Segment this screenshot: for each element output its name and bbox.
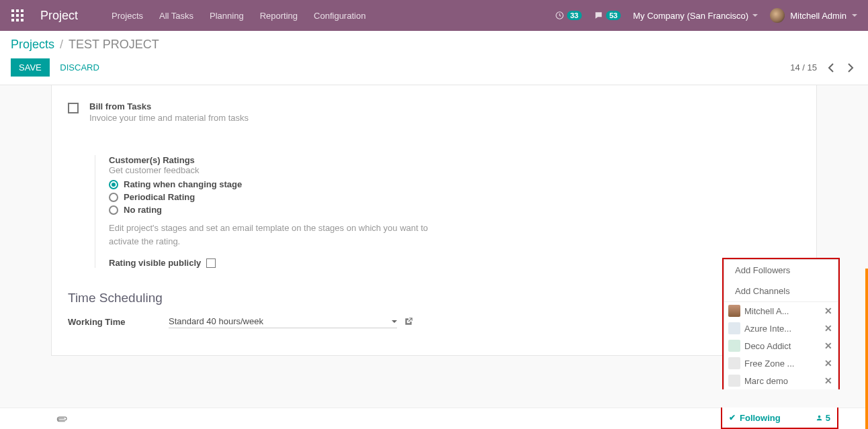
remove-follower-icon[interactable]: ✕ <box>824 375 832 386</box>
app-brand[interactable]: Project <box>40 9 78 23</box>
activity-count: 33 <box>567 11 582 20</box>
bill-from-tasks-help: Invoice your time and material from task… <box>89 113 249 123</box>
chevron-left-icon <box>828 63 834 73</box>
svg-rect-1 <box>16 9 19 12</box>
nav-configuration[interactable]: Configuration <box>307 7 372 25</box>
avatar <box>728 322 740 334</box>
follower-name: Free Zone ... <box>744 359 820 369</box>
nav-projects[interactable]: Projects <box>105 7 150 25</box>
time-scheduling-heading: Time Scheduling <box>68 291 800 305</box>
ratings-block: Customer(s) Ratings Get customer feedbac… <box>95 155 800 268</box>
nav-reporting[interactable]: Reporting <box>253 7 304 25</box>
follower-count-button[interactable]: 5 <box>816 413 830 423</box>
breadcrumb-root[interactable]: Projects <box>11 38 54 52</box>
working-time-value: Standard 40 hours/week <box>169 316 263 326</box>
apps-icon[interactable] <box>11 9 24 22</box>
rating-none-label: No rating <box>124 205 162 215</box>
avatar <box>728 305 740 317</box>
bill-from-tasks-label: Bill from Tasks <box>89 101 249 111</box>
company-switcher[interactable]: My Company (San Francisco) <box>633 11 758 21</box>
following-button[interactable]: ✔ Following <box>729 413 781 423</box>
caret-down-icon <box>392 320 397 323</box>
follow-status-bar: ✔ Following 5 <box>721 408 838 429</box>
caret-down-icon <box>752 14 758 17</box>
follower-count-value: 5 <box>826 413 830 423</box>
svg-rect-6 <box>11 19 14 21</box>
rating-stage-label: Rating when changing stage <box>124 179 242 189</box>
svg-rect-5 <box>21 14 24 17</box>
cp-bottom: SAVE DISCARD 14 / 15 <box>11 58 857 77</box>
caret-down-icon <box>852 14 857 17</box>
working-time-label: Working Time <box>68 317 169 327</box>
breadcrumb: Projects / TEST PROJECT <box>11 38 857 52</box>
bill-from-tasks-checkbox[interactable] <box>68 103 79 113</box>
follower-name: Mitchell A... <box>744 306 820 316</box>
working-time-select[interactable]: Standard 40 hours/week <box>169 315 397 328</box>
remove-follower-icon[interactable]: ✕ <box>824 340 832 351</box>
clock-icon <box>555 11 564 20</box>
control-panel: Projects / TEST PROJECT SAVE DISCARD 14 … <box>0 31 868 85</box>
radio-icon <box>109 205 118 215</box>
breadcrumb-sep: / <box>60 38 63 52</box>
external-link-icon[interactable] <box>404 317 413 326</box>
pager: 14 / 15 <box>790 61 857 75</box>
rating-stage-radio[interactable]: Rating when changing stage <box>109 179 800 189</box>
rating-periodical-label: Periodical Rating <box>124 192 195 202</box>
svg-rect-8 <box>21 19 24 21</box>
ratings-help: Edit project's stages and set an email t… <box>109 222 431 248</box>
ratings-label: Customer(s) Ratings <box>109 155 800 165</box>
avatar <box>728 340 740 352</box>
company-name: My Company (San Francisco) <box>633 11 748 21</box>
pager-next[interactable] <box>844 61 857 75</box>
nav-menu: Projects All Tasks Planning Reporting Co… <box>105 7 555 25</box>
follower-item[interactable]: Marc demo✕ <box>724 372 838 389</box>
user-menu[interactable]: Mitchell Admin <box>770 8 857 23</box>
radio-icon <box>109 180 118 189</box>
messages-indicator[interactable]: 53 <box>594 11 621 20</box>
user-icon <box>816 414 823 422</box>
ratings-sub: Get customer feedback <box>109 165 800 175</box>
following-label: Following <box>740 413 781 423</box>
attachment-icon[interactable] <box>54 411 70 426</box>
save-button[interactable]: SAVE <box>11 58 50 77</box>
chat-icon <box>594 11 603 20</box>
form-sheet: Bill from Tasks Invoice your time and ma… <box>51 85 817 356</box>
chevron-right-icon <box>848 63 854 73</box>
svg-rect-3 <box>11 14 14 17</box>
follower-item[interactable]: Azure Inte...✕ <box>724 320 838 337</box>
follower-name: Deco Addict <box>744 341 820 351</box>
nav-right: 33 53 My Company (San Francisco) Mitchel… <box>555 8 857 23</box>
follower-item[interactable]: Mitchell A...✕ <box>724 302 838 320</box>
user-name: Mitchell Admin <box>790 11 847 21</box>
rating-none-radio[interactable]: No rating <box>109 205 800 215</box>
add-channels-item[interactable]: Add Channels <box>724 281 838 301</box>
remove-follower-icon[interactable]: ✕ <box>824 305 832 316</box>
avatar <box>728 375 740 387</box>
nav-all-tasks[interactable]: All Tasks <box>153 7 200 25</box>
svg-rect-2 <box>21 9 24 12</box>
scroll-indicator <box>865 269 868 429</box>
activity-indicator[interactable]: 33 <box>555 11 582 20</box>
rating-public-label: Rating visible publicly <box>109 258 201 268</box>
discard-button[interactable]: DISCARD <box>52 58 107 77</box>
bill-from-tasks-row: Bill from Tasks Invoice your time and ma… <box>68 101 800 123</box>
rating-periodical-radio[interactable]: Periodical Rating <box>109 192 800 202</box>
svg-rect-7 <box>16 19 19 21</box>
working-time-row: Working Time Standard 40 hours/week <box>68 315 800 328</box>
rating-public-checkbox[interactable] <box>206 258 216 268</box>
pager-text: 14 / 15 <box>790 62 817 73</box>
pager-prev[interactable] <box>824 61 837 75</box>
nav-planning[interactable]: Planning <box>203 7 251 25</box>
follower-name: Marc demo <box>744 376 820 386</box>
add-followers-item[interactable]: Add Followers <box>724 260 838 281</box>
svg-rect-4 <box>16 14 19 17</box>
avatar <box>728 357 740 369</box>
check-icon: ✔ <box>729 413 736 422</box>
rating-public-row: Rating visible publicly <box>109 257 800 268</box>
remove-follower-icon[interactable]: ✕ <box>824 323 832 334</box>
avatar <box>770 8 785 23</box>
messages-count: 53 <box>606 11 621 20</box>
follower-item[interactable]: Free Zone ...✕ <box>724 354 838 372</box>
follower-item[interactable]: Deco Addict✕ <box>724 337 838 354</box>
remove-follower-icon[interactable]: ✕ <box>824 358 832 369</box>
